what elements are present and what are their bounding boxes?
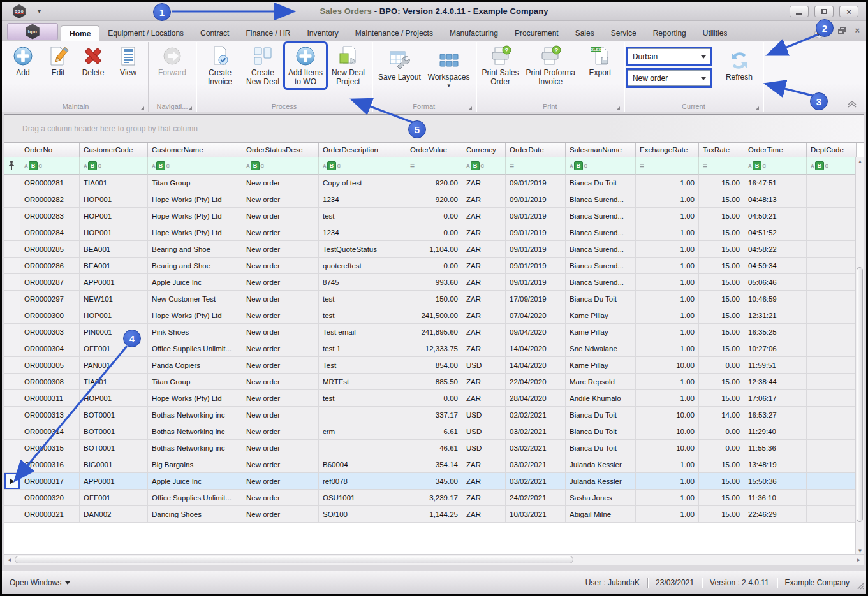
cell-deptcode[interactable] (807, 175, 857, 191)
cell-salesmanname[interactable]: Kame Pillay (566, 307, 636, 324)
dialog-launcher-icon[interactable] (469, 106, 472, 110)
row-indicator-cell[interactable] (4, 340, 20, 357)
chevron-down-icon[interactable] (701, 55, 706, 59)
cell-taxrate[interactable]: 15.00 (699, 208, 744, 224)
cell-orderdate[interactable]: 14/04/2020 (506, 340, 566, 357)
cell-deptcode[interactable] (807, 456, 857, 473)
cell-orderstatusdesc[interactable]: New order (242, 224, 319, 241)
cell-salesmanname[interactable]: Bianca Du Toit (566, 291, 636, 307)
cell-orderdescription[interactable]: test (319, 291, 406, 307)
cell-customername[interactable]: Hope Works (Pty) Ltd (148, 224, 242, 241)
cell-customercode[interactable]: HOP001 (80, 224, 148, 241)
cell-deptcode[interactable] (807, 208, 857, 224)
cell-orderdescription[interactable]: 1234 (319, 191, 406, 208)
cell-ordervalue[interactable]: 1,144.25 (406, 506, 462, 523)
column-header-ordertime[interactable]: OrderTime (744, 143, 807, 157)
cell-exchangerate[interactable]: 1.00 (636, 490, 699, 506)
cell-deptcode[interactable] (807, 506, 857, 523)
vertical-scrollbar[interactable]: ▲ ▼ (855, 157, 864, 555)
column-header-ordervalue[interactable]: OrderValue (406, 143, 462, 157)
cell-orderdescription[interactable]: test (319, 208, 406, 224)
cell-taxrate[interactable]: 14.00 (699, 407, 744, 423)
ribbon-button-export[interactable]: XLSXExport (580, 43, 621, 79)
cell-currency[interactable]: ZAR (462, 473, 506, 490)
row-indicator-cell[interactable] (4, 208, 20, 224)
cell-deptcode[interactable] (807, 224, 857, 241)
cell-currency[interactable]: USD (462, 440, 506, 456)
cell-ordertime[interactable]: 12:38:44 (744, 374, 807, 390)
row-indicator-cell[interactable] (4, 423, 20, 440)
dialog-launcher-icon[interactable] (756, 106, 759, 110)
tab-manufacturing[interactable]: Manufacturing (441, 25, 506, 41)
column-header-salesmanname[interactable]: SalesmanName (566, 143, 636, 157)
cell-orderstatusdesc[interactable]: New order (242, 191, 319, 208)
cell-orderdate[interactable]: 09/04/2020 (506, 324, 566, 340)
table-row[interactable]: OR0000314BOT0001Bothas Networking incNew… (4, 423, 857, 440)
column-header-currency[interactable]: Currency (462, 143, 506, 157)
filter-cell-deptcode[interactable]: ABC (807, 157, 857, 175)
cell-deptcode[interactable] (807, 324, 857, 340)
cell-deptcode[interactable] (807, 423, 857, 440)
cell-orderdate[interactable]: 03/02/2021 (506, 440, 566, 456)
cell-taxrate[interactable]: 15.00 (699, 390, 744, 407)
cell-ordertime[interactable]: 22:46:29 (744, 506, 807, 523)
cell-currency[interactable]: ZAR (462, 241, 506, 258)
column-header-customername[interactable]: CustomerName (148, 143, 242, 157)
cell-exchangerate[interactable]: 1.00 (636, 390, 699, 407)
cell-orderdate[interactable]: 09/01/2019 (506, 224, 566, 241)
scroll-right-icon[interactable]: ► (854, 555, 864, 565)
cell-orderdescription[interactable]: Test email (319, 324, 406, 340)
cell-customername[interactable]: Dancing Shoes (148, 506, 242, 523)
tab-contract[interactable]: Contract (192, 25, 237, 41)
cell-exchangerate[interactable]: 1.00 (636, 324, 699, 340)
cell-orderno[interactable]: OR0000303 (20, 324, 80, 340)
cell-orderstatusdesc[interactable]: New order (242, 274, 319, 291)
cell-currency[interactable]: ZAR (462, 490, 506, 506)
ribbon-button-add-items-to-wo[interactable]: Add Items to WO (285, 43, 326, 88)
cell-exchangerate[interactable]: 1.00 (636, 241, 699, 258)
cell-orderno[interactable]: OR0000314 (20, 423, 80, 440)
row-indicator-cell[interactable] (4, 390, 20, 407)
cell-taxrate[interactable]: 15.00 (699, 175, 744, 191)
dialog-launcher-icon[interactable] (141, 106, 144, 110)
cell-customername[interactable]: Bothas Networking inc (148, 407, 242, 423)
cell-salesmanname[interactable]: Julanda Kessler (566, 456, 636, 473)
cell-exchangerate[interactable]: 10.00 (636, 407, 699, 423)
cell-exchangerate[interactable]: 1.00 (636, 506, 699, 523)
cell-ordertime[interactable]: 11:36:10 (744, 490, 807, 506)
cell-salesmanname[interactable]: Kame Pillay (566, 324, 636, 340)
filter-cell-customercode[interactable]: ABC (80, 157, 148, 175)
table-row[interactable]: OR0000305PAN001Panda CopiersNew orderTes… (4, 357, 857, 374)
cell-customername[interactable]: Hope Works (Pty) Ltd (148, 307, 242, 324)
row-indicator-cell[interactable] (4, 241, 20, 258)
cell-exchangerate[interactable]: 1.00 (636, 340, 699, 357)
row-indicator-cell[interactable] (4, 374, 20, 390)
cell-exchangerate[interactable]: 1.00 (636, 208, 699, 224)
cell-ordertime[interactable]: 04:51:52 (744, 224, 807, 241)
ribbon-button-add[interactable]: Add (6, 43, 40, 79)
cell-ordervalue[interactable]: 0.00 (406, 208, 462, 224)
row-indicator-cell[interactable] (4, 456, 20, 473)
ribbon-button-view[interactable]: View (112, 43, 145, 79)
cell-ordertime[interactable]: 16:47:51 (744, 175, 807, 191)
cell-customername[interactable]: Hope Works (Pty) Ltd (148, 390, 242, 407)
cell-customercode[interactable]: BEA001 (80, 258, 148, 274)
cell-exchangerate[interactable]: 1.00 (636, 307, 699, 324)
open-windows-button[interactable]: Open Windows (10, 578, 70, 587)
cell-ordervalue[interactable]: 354.14 (406, 456, 462, 473)
cell-exchangerate[interactable]: 1.00 (636, 274, 699, 291)
tab-home[interactable]: Home (61, 25, 99, 41)
cell-ordervalue[interactable]: 241,895.60 (406, 324, 462, 340)
cell-taxrate[interactable]: 15.00 (699, 473, 744, 490)
ribbon-button-create-invoice[interactable]: Create Invoice (200, 43, 240, 88)
cell-exchangerate[interactable]: 10.00 (636, 440, 699, 456)
cell-orderdate[interactable]: 14/04/2020 (506, 357, 566, 374)
tab-equipment-locations[interactable]: Equipment / Locations (99, 25, 192, 41)
cell-currency[interactable]: ZAR (462, 324, 506, 340)
cell-exchangerate[interactable]: 1.00 (636, 224, 699, 241)
cell-taxrate[interactable]: 15.00 (699, 324, 744, 340)
cell-ordertime[interactable]: 13:48:19 (744, 456, 807, 473)
cell-orderdescription[interactable]: B60004 (319, 456, 406, 473)
cell-ordertime[interactable]: 04:58:22 (744, 241, 807, 258)
cell-taxrate[interactable]: 15.00 (699, 291, 744, 307)
